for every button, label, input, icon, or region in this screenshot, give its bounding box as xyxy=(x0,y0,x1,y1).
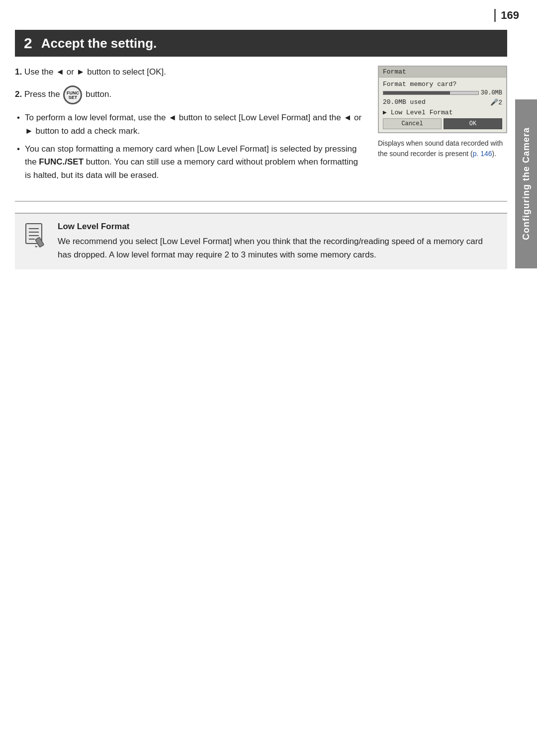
lcd-ok-button: OK xyxy=(444,118,502,129)
lcd-info-row: 20.0MB used 🎤2 xyxy=(383,98,502,106)
step-title: Accept the setting. xyxy=(41,36,157,51)
step-header: 2 Accept the setting. xyxy=(15,30,507,57)
sidebar-label: Configuring the Camera xyxy=(515,99,537,268)
lcd-title-bar: Format xyxy=(379,67,506,78)
step-number: 2 xyxy=(24,35,32,52)
note-content: Low Level Format We recommend you select… xyxy=(58,222,498,261)
lcd-low-level-row: ▶ Low Level Format xyxy=(383,108,502,116)
screenshot-caption: Displays when sound data recorded with t… xyxy=(378,138,507,159)
lcd-buttons-row: Cancel OK xyxy=(383,118,502,129)
lcd-size: 30.0MB xyxy=(481,89,502,96)
lcd-low-level: ▶ Low Level Format xyxy=(383,108,452,116)
note-icon xyxy=(24,222,49,250)
bullet-item-1: To perform a low level format, use the ◄… xyxy=(15,111,363,138)
step-item-2: 2. Press the FUNCSET button. xyxy=(15,85,363,104)
lcd-mic: 🎤2 xyxy=(490,98,502,106)
svg-rect-5 xyxy=(35,237,44,248)
bullet-list: To perform a low level format, use the ◄… xyxy=(15,111,363,182)
func-set-button: FUNCSET xyxy=(63,85,82,104)
note-title: Low Level Format xyxy=(58,222,498,232)
svg-marker-6 xyxy=(35,246,38,248)
note-doc-icon xyxy=(25,223,48,249)
top-section: 1. Use the ◄ or ► button to select [OK].… xyxy=(15,66,507,202)
caption-link[interactable]: p. 146 xyxy=(473,150,492,158)
lcd-body: Format memory card? 30.0MB 20.0MB used 🎤… xyxy=(379,78,506,132)
lcd-progress-bar xyxy=(383,91,479,95)
page-number: 169 xyxy=(494,9,519,22)
step-item-1: 1. Use the ◄ or ► button to select [OK]. xyxy=(15,66,363,79)
lcd-line1: Format memory card? xyxy=(383,81,502,88)
lcd-used: 20.0MB used xyxy=(383,98,426,106)
lcd-cancel-button: Cancel xyxy=(383,118,442,129)
note-box: Low Level Format We recommend you select… xyxy=(15,213,507,269)
bullet-item-2: You can stop formatting a memory card wh… xyxy=(15,143,363,182)
lcd-progress-fill xyxy=(383,91,450,94)
lcd-screen: Format Format memory card? 30.0MB 20.0MB… xyxy=(378,66,507,133)
screenshot-panel: Format Format memory card? 30.0MB 20.0MB… xyxy=(378,66,507,187)
main-content: 2 Accept the setting. 1. Use the ◄ or ► … xyxy=(15,30,507,269)
note-text: We recommend you select [Low Level Forma… xyxy=(58,235,498,261)
lcd-progress-row: 30.0MB xyxy=(383,89,502,96)
instructions: 1. Use the ◄ or ► button to select [OK].… xyxy=(15,66,363,187)
